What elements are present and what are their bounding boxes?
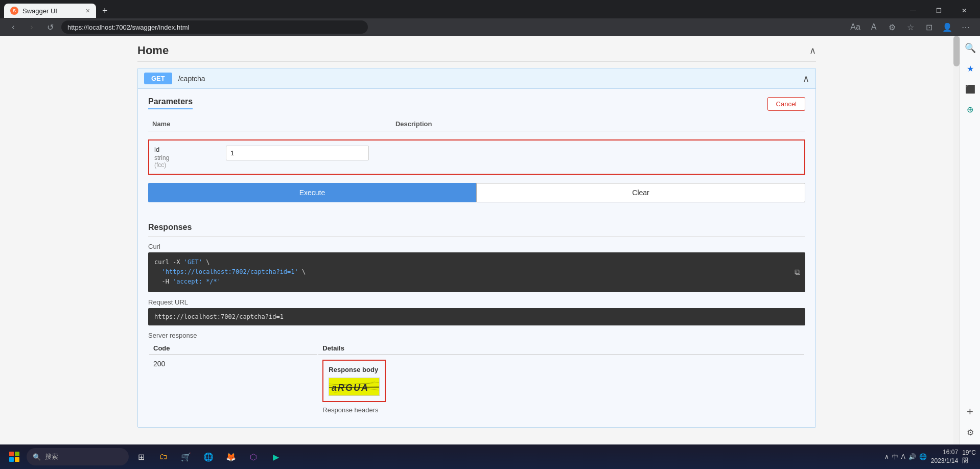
taskbar-vs-icon[interactable]: ⬡ <box>243 447 264 467</box>
copy-curl-button[interactable]: ⧉ <box>795 266 800 279</box>
tab-title: Swagger UI <box>22 7 57 15</box>
description-column-header: Description <box>391 117 805 131</box>
curl-line2: 'https://localhost:7002/captcha?id=1' \ <box>154 267 799 277</box>
favorites-icon[interactable]: ☆ <box>902 19 919 35</box>
taskbar-edge-icon[interactable]: 🌐 <box>198 447 219 467</box>
minimize-button[interactable]: — <box>901 3 925 18</box>
curl-section: Curl curl -X 'GET' \ 'https://localhost:… <box>148 243 805 292</box>
request-url-value: https://localhost:7002/captcha?id=1 <box>154 313 284 320</box>
right-sidebar: 🔍 ★ ⬛ ⊕ + ⚙ <box>960 36 980 444</box>
browser-chrome: S Swagger UI × + — ❐ ✕ ‹ › ↺ Aa A ⚙ ☆ ⊡ … <box>0 0 980 36</box>
captcha-image: aRGUA <box>329 378 380 396</box>
action-buttons: Execute Clear <box>148 183 805 202</box>
back-button[interactable]: ‹ <box>6 20 20 34</box>
curl-line1: curl -X 'GET' \ <box>154 257 799 267</box>
endpoint-path: /captcha <box>178 75 205 83</box>
captcha-line1 <box>329 387 379 388</box>
maximize-button[interactable]: ❐ <box>927 3 950 18</box>
taskbar-lang-icon[interactable]: A <box>901 453 905 460</box>
taskbar-browser2-icon[interactable]: 🦊 <box>221 447 241 467</box>
search-sidebar-icon[interactable]: 🔍 <box>962 40 978 56</box>
endpoint-collapse-button[interactable]: ∧ <box>803 73 809 84</box>
windows-logo <box>9 452 19 462</box>
search-placeholder: 搜索 <box>45 452 58 461</box>
extensions-sidebar-icon[interactable]: ⬛ <box>962 81 978 97</box>
add-sidebar-icon[interactable]: + <box>962 404 978 420</box>
teal-sidebar-icon[interactable]: ⊕ <box>962 101 978 118</box>
close-window-button[interactable]: ✕ <box>952 3 976 18</box>
response-body-title: Response body <box>329 366 380 373</box>
read-aloud-icon[interactable]: Aa <box>847 19 864 35</box>
temperature: 19°C <box>962 449 976 456</box>
curl-line3: -H 'accept: */*' <box>154 277 799 287</box>
taskbar-weather: 19°C 阴 <box>962 449 976 465</box>
taskbar-time-value: 16:07 <box>931 448 958 457</box>
translate-icon[interactable]: A <box>866 19 882 35</box>
endpoint-header[interactable]: GET /captcha ∧ <box>138 68 815 89</box>
parameters-title: Parameters <box>148 97 193 109</box>
execute-button[interactable]: Execute <box>148 183 476 202</box>
taskbar-clock[interactable]: 16:07 2023/1/14 <box>931 448 958 465</box>
tab-bar: S Swagger UI × + — ❐ ✕ <box>0 0 980 18</box>
forward-button[interactable]: › <box>25 20 39 34</box>
responses-title: Responses <box>148 219 805 237</box>
clear-button[interactable]: Clear <box>476 183 805 202</box>
favorites-sidebar-icon[interactable]: ★ <box>962 60 978 77</box>
browser-addon-icon[interactable]: ⚙ <box>884 19 900 35</box>
cancel-button[interactable]: Cancel <box>767 97 805 111</box>
response-table: Code Details 200 Response body <box>148 341 805 419</box>
response-body-container: Response body <box>322 360 386 402</box>
home-title: Home <box>137 44 169 57</box>
taskbar-terminal-icon[interactable]: ▶ <box>266 447 286 467</box>
settings-sidebar-icon[interactable]: ⚙ <box>962 424 978 440</box>
response-code-200: 200 <box>153 360 165 368</box>
taskbar-network-icon[interactable]: 🌐 <box>919 453 927 460</box>
window-controls: — ❐ ✕ <box>901 3 976 18</box>
param-required: (fcc) <box>154 161 216 169</box>
curl-method: 'GET' <box>184 259 202 266</box>
request-url-label: Request URL <box>148 298 805 306</box>
scrollbar[interactable] <box>953 36 960 444</box>
taskbar-keyboard-icon[interactable]: 中 <box>892 453 898 461</box>
curl-label: Curl <box>148 243 805 250</box>
close-tab-button[interactable]: × <box>86 7 90 15</box>
param-name: id <box>154 146 216 153</box>
taskbar-widget-icon[interactable]: ⊞ <box>131 447 151 467</box>
swagger-container: Home ∧ GET /captcha ∧ Parameters Cancel <box>129 36 824 428</box>
reload-button[interactable]: ↺ <box>43 20 57 34</box>
parameters-table: Name Description <box>148 117 805 131</box>
taskbar-search[interactable]: 🔍 搜索 <box>27 448 129 465</box>
home-collapse-button[interactable]: ∧ <box>809 45 816 56</box>
parameters-header: Parameters Cancel <box>148 97 805 111</box>
taskbar-system-icons: ∧ 中 A 🔊 🌐 <box>884 453 927 461</box>
menu-icon[interactable]: ⋯ <box>958 19 974 35</box>
taskbar-up-arrow[interactable]: ∧ <box>884 453 889 460</box>
param-name-column: id string (fcc) <box>154 146 216 169</box>
taskbar-volume-icon[interactable]: 🔊 <box>908 453 916 460</box>
response-headers-label: Response headers <box>322 406 800 414</box>
details-column-header: Details <box>318 342 804 355</box>
taskbar-files-icon[interactable]: 🗂 <box>153 447 174 467</box>
curl-backslash1: \ <box>202 259 209 266</box>
new-tab-button[interactable]: + <box>98 4 112 18</box>
search-icon: 🔍 <box>33 453 41 461</box>
profile-icon[interactable]: 👤 <box>939 19 955 35</box>
scrollbar-thumb[interactable] <box>953 36 960 66</box>
tab-favicon: S <box>10 7 18 15</box>
start-button[interactable] <box>4 447 25 467</box>
curl-url-text: 'https://localhost:7002/captcha?id=1' <box>161 268 298 275</box>
address-input[interactable] <box>61 20 368 34</box>
parameters-section: Parameters Cancel Name Description id <box>138 89 815 219</box>
weather-condition: 阴 <box>962 456 976 465</box>
collections-icon[interactable]: ⊡ <box>921 19 937 35</box>
taskbar-store-icon[interactable]: 🛒 <box>176 447 196 467</box>
method-badge: GET <box>144 73 172 84</box>
active-tab[interactable]: S Swagger UI × <box>4 4 96 18</box>
curl-code-block: curl -X 'GET' \ 'https://localhost:7002/… <box>148 252 805 292</box>
param-id-input[interactable] <box>226 146 369 160</box>
endpoint-block: GET /captcha ∧ Parameters Cancel Name De… <box>137 68 816 428</box>
browser-actions: Aa A ⚙ ☆ ⊡ 👤 ⋯ <box>847 19 974 35</box>
parameter-row: id string (fcc) <box>148 139 805 175</box>
curl-header-text: 'accept: */*' <box>173 278 221 285</box>
main-content: Home ∧ GET /captcha ∧ Parameters Cancel <box>0 36 953 444</box>
